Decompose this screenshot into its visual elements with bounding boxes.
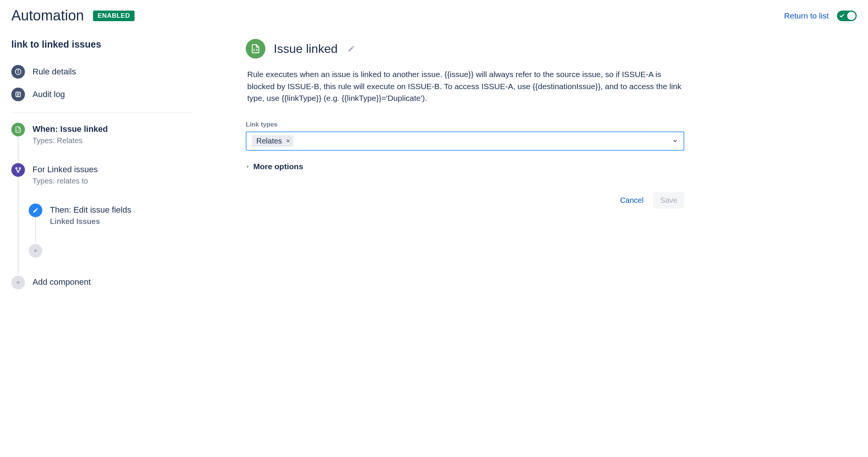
- header-right: Return to list: [784, 11, 857, 21]
- return-to-list-link[interactable]: Return to list: [784, 11, 829, 20]
- sidebar: link to linked issues Rule details Audit…: [11, 39, 193, 289]
- more-options-toggle[interactable]: More options: [246, 162, 684, 171]
- flow-branch[interactable]: For Linked issues Types: relates to: [11, 163, 193, 204]
- chevron-down-icon: [672, 138, 678, 144]
- nav-rule-details[interactable]: Rule details: [11, 60, 193, 83]
- plus-icon: [11, 276, 25, 289]
- field-label: Link types: [246, 121, 684, 128]
- page-link-icon: [246, 39, 265, 59]
- branch-icon: [11, 163, 25, 177]
- rule-name: link to linked issues: [11, 39, 193, 50]
- flow-text: Add component: [33, 276, 91, 287]
- page-header: Automation ENABLED Return to list: [11, 8, 857, 24]
- main-panel: Issue linked Rule executes when an issue…: [246, 39, 684, 289]
- trigger-description: Rule executes when an issue is linked to…: [247, 68, 684, 104]
- chevron-right-icon: [246, 164, 250, 169]
- flow-action[interactable]: Then: Edit issue fields Linked Issues: [29, 204, 193, 244]
- sidebar-divider: [11, 113, 193, 113]
- flow-text: For Linked issues Types: relates to: [33, 163, 98, 185]
- main-header: Issue linked: [246, 39, 684, 59]
- tag-label: Relates: [256, 137, 282, 145]
- flow-add-component[interactable]: Add component: [11, 276, 193, 289]
- flow-action-subtitle: Linked Issues: [50, 217, 131, 226]
- svg-point-2: [18, 70, 19, 71]
- svg-point-8: [19, 168, 21, 169]
- check-icon: [839, 13, 845, 19]
- rule-enabled-toggle[interactable]: [837, 11, 857, 21]
- link-types-select[interactable]: Relates: [246, 131, 684, 151]
- remove-tag-button[interactable]: [286, 139, 290, 143]
- link-types-field: Link types Relates: [246, 121, 684, 151]
- page-link-icon: [11, 123, 25, 136]
- status-badge-enabled: ENABLED: [93, 11, 135, 21]
- plus-icon: [29, 244, 42, 258]
- page-title: Automation: [11, 8, 84, 24]
- nav-label: Audit log: [33, 90, 65, 99]
- svg-point-7: [16, 168, 17, 169]
- flow-trigger-title: When: Issue linked: [33, 124, 108, 134]
- cancel-button[interactable]: Cancel: [613, 192, 650, 208]
- save-button[interactable]: Save: [653, 192, 684, 208]
- panel-title: Issue linked: [274, 42, 338, 56]
- flow-text: Then: Edit issue fields Linked Issues: [50, 204, 131, 226]
- flow-add-inner[interactable]: [29, 244, 193, 258]
- flow-trigger-subtitle: Types: Relates: [33, 136, 108, 145]
- flow-action-title: Then: Edit issue fields: [50, 205, 131, 215]
- spacer: [11, 258, 193, 276]
- flow-branch-subtitle: Types: relates to: [33, 177, 98, 185]
- flow-branch-title: For Linked issues: [33, 165, 98, 174]
- selected-link-type-tag: Relates: [252, 135, 293, 147]
- add-component-label: Add component: [33, 277, 91, 287]
- rule-flow: When: Issue linked Types: Relates For Li…: [11, 123, 193, 289]
- flow-nested-group: Then: Edit issue fields Linked Issues: [29, 204, 193, 258]
- header-left: Automation ENABLED: [11, 8, 135, 24]
- list-icon: [11, 88, 25, 101]
- nav-audit-log[interactable]: Audit log: [11, 83, 193, 106]
- pencil-icon: [29, 204, 42, 217]
- flow-text: When: Issue linked Types: Relates: [33, 123, 108, 145]
- svg-point-9: [17, 171, 19, 173]
- page-content: link to linked issues Rule details Audit…: [11, 39, 857, 289]
- more-options-label: More options: [253, 162, 303, 171]
- toggle-knob: [847, 12, 856, 20]
- action-buttons: Cancel Save: [246, 192, 684, 208]
- edit-title-button[interactable]: [346, 43, 356, 54]
- info-icon: [11, 65, 25, 79]
- nav-label: Rule details: [33, 67, 76, 77]
- flow-trigger[interactable]: When: Issue linked Types: Relates: [11, 123, 193, 163]
